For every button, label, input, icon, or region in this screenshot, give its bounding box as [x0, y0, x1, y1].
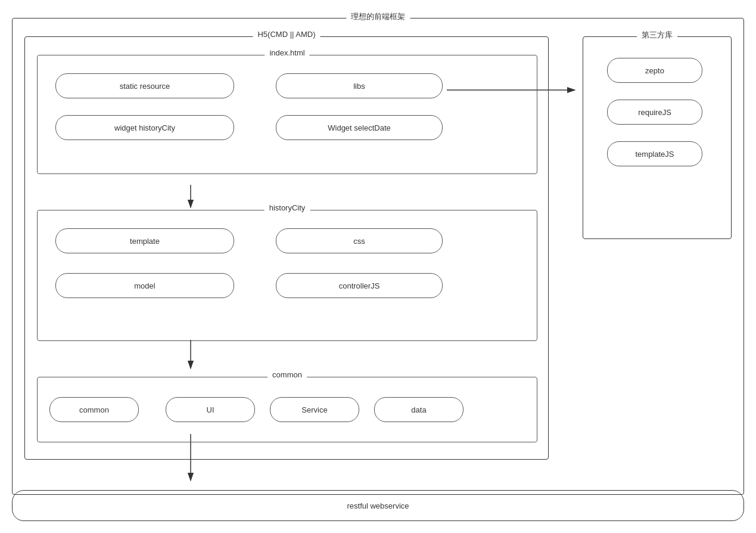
zepto-pill: zepto [607, 58, 702, 83]
history-title: historyCity [265, 203, 310, 212]
h5-title: H5(CMD || AMD) [253, 30, 320, 39]
model-pill: model [55, 273, 234, 298]
common-box: common common UI Service data [37, 377, 537, 442]
restful-box: restful webservice [12, 490, 744, 521]
static-resource-pill: static resource [55, 73, 234, 98]
libs-pill: libs [276, 73, 443, 98]
third-box: 第三方库 zepto requireJS templateJS [583, 36, 732, 239]
data-pill: data [374, 397, 463, 422]
ui-pill: UI [166, 397, 255, 422]
common-title: common [267, 370, 307, 379]
history-box: historyCity template css model controlle… [37, 210, 537, 341]
h5-box: H5(CMD || AMD) index.html static resourc… [24, 36, 549, 460]
restful-title: restful webservice [347, 501, 409, 510]
third-title: 第三方库 [637, 30, 677, 41]
css-pill: css [276, 228, 443, 253]
templatejs-pill: templateJS [607, 141, 702, 166]
requirejs-pill: requireJS [607, 100, 702, 125]
template-pill: template [55, 228, 234, 253]
widget-select-pill: Widget selectDate [276, 115, 443, 140]
index-box: index.html static resource libs widget h… [37, 55, 537, 174]
outer-title: 理想的前端框架 [346, 11, 410, 22]
common-pill: common [49, 397, 139, 422]
widget-history-pill: widget historyCity [55, 115, 234, 140]
diagram-wrapper: 理想的前端框架 H5(CMD || AMD) index.html static… [6, 6, 750, 527]
index-title: index.html [265, 48, 309, 57]
controllerjs-pill: controllerJS [276, 273, 443, 298]
outer-box: 理想的前端框架 H5(CMD || AMD) index.html static… [12, 18, 744, 495]
service-pill: Service [270, 397, 359, 422]
